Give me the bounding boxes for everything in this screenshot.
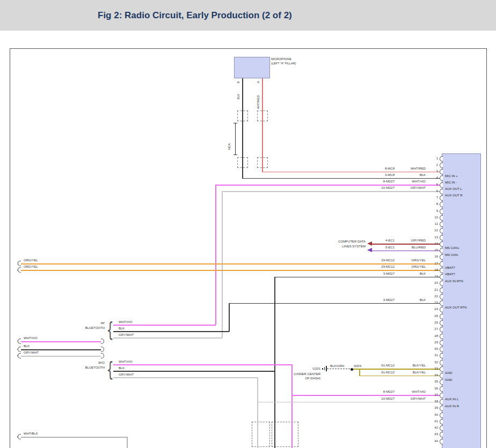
pin-number: 3 — [427, 170, 438, 173]
brace-icon — [106, 359, 113, 379]
pin-number: 15 — [427, 248, 438, 252]
pin-row: 25 — [427, 313, 445, 319]
pin-row: 23 — [427, 300, 445, 306]
pin-number: 20 — [427, 281, 438, 285]
wire-label-row: 8-MC8 WHT/RED — [10, 166, 442, 171]
pin-row: 44 — [427, 438, 445, 444]
wire-pin38-grywht — [257, 402, 441, 403]
pin-row: 33 — [427, 366, 445, 371]
pin-function-label: AUX OUT RTN — [445, 306, 466, 309]
pin-socket-icon — [440, 156, 443, 161]
pin-row: 20 — [427, 281, 445, 286]
wire-color-label: WHT/VIO — [397, 180, 426, 183]
pin-socket-icon — [440, 189, 443, 194]
circuit-id-label: 4-EC1 — [360, 239, 395, 243]
wire-stub3-whtvio — [21, 341, 101, 342]
pin-row: 17 — [427, 261, 445, 266]
ground-symbol-icon — [322, 368, 323, 370]
pin-number: 13 — [427, 236, 438, 239]
pin-row: 5 — [427, 182, 445, 187]
pin-socket-icon — [440, 195, 443, 201]
wire-stub4-blk — [21, 349, 101, 350]
pin-number: 2 — [427, 163, 438, 167]
wire-label-row: 8-MD27 WHT/VIO — [10, 390, 442, 394]
pin-function-row: AUX OUT RTN — [445, 301, 466, 311]
wire-color-label: WHT/RED — [397, 166, 426, 170]
pin-row: 38 — [427, 399, 445, 405]
pin-socket-icon — [440, 300, 443, 306]
pin-function-row: AUX IN RTN — [445, 275, 463, 284]
stub-label: WHT/BLK — [24, 432, 38, 436]
pin-socket-icon — [440, 202, 443, 207]
wire-whtvio-trunk-v — [215, 185, 216, 325]
wire-wobt-grywht — [113, 377, 258, 378]
wire-label-row: 3-MD27 BLK — [10, 298, 442, 302]
pin-number: 41 — [427, 420, 438, 423]
wire-grywht-auxin-v — [257, 377, 258, 448]
pin-row: 2 — [427, 162, 445, 167]
figure-title: Fig 2: Radio Circuit, Early Production (… — [0, 0, 496, 31]
pin-socket-icon — [440, 222, 443, 227]
pin-number: 37 — [427, 393, 438, 397]
pin-row: 43 — [427, 432, 445, 437]
wiring-diagram-canvas: MICROPHONE (LEFT "A" PILLAR) B A BLK WHT… — [10, 48, 487, 448]
wbt-wire1-label: WHT/VIO — [119, 320, 133, 324]
pin-row: 9 — [427, 208, 445, 214]
pin-number: 35 — [427, 380, 438, 384]
pin-number: 42 — [427, 426, 438, 430]
wire-color-label: BLK/YEL — [397, 364, 426, 368]
circuit-id-label: 3-MD27 — [360, 298, 395, 302]
pin-function-label: AUX OUT R — [445, 194, 463, 197]
pin-row: 15 — [427, 248, 445, 253]
pin-number: 5 — [427, 183, 438, 187]
pin-socket-icon — [440, 386, 443, 392]
pin-socket-icon — [440, 261, 443, 267]
pin-number: 10 — [427, 216, 438, 219]
with-bluetooth-label-line1: W/ — [62, 321, 105, 325]
wire-color-label: BLK — [397, 271, 426, 275]
pin-row: 11 — [427, 222, 445, 227]
pin-socket-icon — [440, 235, 443, 240]
connector-arc-icon — [101, 347, 104, 352]
wire-pin37-whtvio — [291, 395, 441, 396]
pin-row: 14 — [427, 241, 445, 246]
wire-pin6-grywht — [222, 191, 441, 192]
pin-socket-icon — [440, 334, 443, 339]
pin-row: 34 — [427, 373, 445, 378]
circuit-id-label: 10-MD27 — [360, 396, 395, 400]
pin-number: 18 — [427, 268, 438, 272]
pin-socket-icon — [440, 254, 443, 260]
pin-number: 23 — [427, 301, 438, 305]
pin-socket-icon — [440, 353, 443, 358]
pin-row: 37 — [427, 392, 445, 398]
wire-wbt-blk — [113, 331, 229, 332]
nca-bracket-tick-bottom — [234, 155, 237, 155]
wire-whtblk-v — [127, 437, 128, 448]
pin-row: 22 — [427, 293, 445, 299]
figure-title-bar: Fig 2: Radio Circuit, Early Production (… — [0, 0, 496, 31]
pin-socket-icon — [440, 175, 443, 181]
pin-number: 25 — [427, 314, 438, 318]
pin-function-label: AUX IN RTN — [445, 280, 463, 283]
pin-socket-icon — [440, 228, 443, 233]
circuit-id-label: 91-MC12 — [360, 364, 395, 368]
wire-pin23-blk — [229, 303, 441, 304]
wire-pin3-whtred — [262, 172, 441, 173]
pin-socket-icon — [440, 274, 443, 280]
wobt-wire1-label: WHT/VIO — [119, 360, 133, 364]
pin-row: 18 — [427, 267, 445, 273]
connector-arc-icon — [18, 353, 21, 358]
circuit-id-label: 8-MD27 — [360, 390, 395, 394]
pin-number: 12 — [427, 229, 438, 232]
nca-bracket-tick-top — [234, 123, 237, 123]
pin-socket-icon — [440, 360, 443, 365]
wire-color-label: ORG/YEL — [397, 265, 426, 269]
pin-socket-icon — [440, 340, 443, 346]
pin-socket-icon — [440, 425, 443, 431]
pin-row: 35 — [427, 379, 445, 385]
wire-label-row: 8-MD27 WHT/VIO — [10, 180, 442, 184]
circuit-id-label: 29-MC12 — [360, 265, 395, 269]
pin-socket-icon — [440, 281, 443, 286]
pin-socket-icon — [440, 373, 443, 378]
wire-label-row: 3-MC8 BLK — [10, 173, 442, 177]
